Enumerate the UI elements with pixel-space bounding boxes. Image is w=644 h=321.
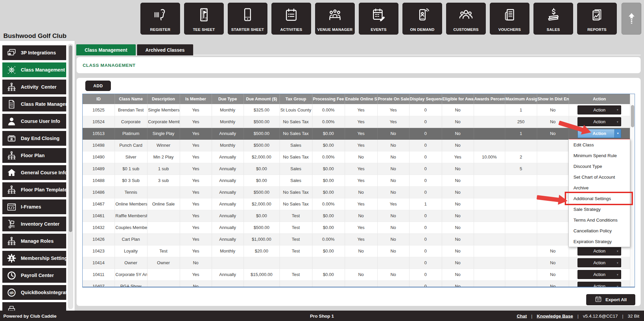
row-action-button[interactable]: Action▼ — [577, 129, 621, 138]
collapse-toolbar-button[interactable] — [621, 3, 641, 35]
sidebar-item-class-management[interactable]: Class Management — [2, 62, 66, 77]
tee-sheet-icon — [196, 7, 212, 22]
column-header-prorate-on-sale[interactable]: Prorate On Sale — [377, 94, 409, 104]
table-scrollbar-thumb[interactable] — [631, 105, 634, 127]
table-row-10490[interactable]: 10490SilverMin 2 PlayYesAnnually$2,000.0… — [83, 151, 630, 163]
sidebar-item-inventory-center[interactable]: Inventory Center — [2, 217, 66, 231]
table-row-10426[interactable]: 10426Cart PlanYesAnnually$1,000.00Test0.… — [83, 233, 630, 245]
table-row-10524[interactable]: 10524CorporateCorporate MembershipYesMon… — [83, 116, 630, 128]
column-header-action[interactable]: Action — [569, 94, 630, 104]
column-header-id[interactable]: ID — [83, 94, 115, 104]
sidebar-item-payroll-center[interactable]: Payroll Center — [2, 268, 66, 283]
column-header-description[interactable]: Description — [147, 94, 180, 104]
table-scrollbar[interactable] — [630, 94, 635, 287]
table-row-10461[interactable]: 10461Raffle MembershipYesAnnually$0.00Te… — [83, 210, 630, 222]
row-action-button[interactable]: Action▼ — [577, 117, 621, 126]
sidebar-item-day-end-closing[interactable]: Day End Closing — [2, 131, 66, 146]
column-header-due-amount[interactable]: Due Amount ($) — [244, 94, 280, 104]
row-action-button[interactable]: Action▼ — [577, 105, 621, 114]
tab-archived-classes[interactable]: Archived Classes — [137, 44, 193, 55]
cell-show-in-dist-engin — [537, 175, 569, 186]
sidebar-item-label: Floor Plan — [21, 153, 45, 158]
cell-show-in-dist-engin: No — [537, 245, 569, 257]
table-row-10498[interactable]: 10498Punch CardWinnerYesMonthly$500.00Sa… — [83, 139, 630, 151]
column-header-class-name[interactable]: Class Name — [115, 94, 147, 104]
menu-item-discount-type[interactable]: Discount Type — [569, 161, 630, 172]
table-row-10414[interactable]: 10414OwnerOwnerNo0NoNoAction▼ — [83, 257, 630, 269]
column-header-awards-percentage[interactable]: Awards Percentage — [474, 94, 505, 104]
toolbar-button-sales[interactable]: SALES — [533, 3, 573, 35]
cell-maximum-assignm — [505, 198, 537, 210]
toolbar-button-reports[interactable]: REPORTS — [577, 3, 617, 35]
sidebar-item-quickbooksintegration[interactable]: qbQuickBooksIntegration — [2, 285, 66, 300]
column-header-is-member[interactable]: Is Member — [180, 94, 212, 104]
toolbar-button-on-demand[interactable]: ON DEMAND — [402, 3, 442, 35]
table-row-10525[interactable]: 10525Brendan TestSingle MembershipYesMon… — [83, 104, 630, 116]
toolbar-button-venue-manager[interactable]: VENUE MANAGER — [315, 3, 355, 35]
menu-item-cancellation-policy[interactable]: Cancellation Policy — [569, 225, 630, 236]
table-row-10513[interactable]: 10513PlatinumSingle PlayYesAnnually$500.… — [83, 128, 630, 139]
sidebar-item-partial[interactable] — [2, 302, 66, 311]
toolbar-button-starter-sheet[interactable]: STARTER SHEET — [228, 3, 267, 35]
cell-show-in-dist-engin — [537, 151, 569, 163]
menu-item-terms-and-conditions[interactable]: Terms And Conditions — [569, 215, 630, 225]
sidebar-item-manage-roles[interactable]: Manage Roles — [2, 234, 66, 248]
sidebar-item-3p-integrations[interactable]: 3P Integrations — [2, 45, 66, 60]
column-header-enable-online-sale[interactable]: Enable Online Sale — [345, 94, 377, 104]
toolbar-button-events[interactable]: EVENTS — [359, 3, 398, 35]
export-all-button[interactable]: Export All — [586, 294, 635, 305]
row-action-button[interactable]: Action▼ — [577, 246, 621, 256]
cell-show-in-dist-engin — [537, 186, 569, 198]
cell-awards-percentage — [474, 222, 505, 233]
column-header-due-type[interactable]: Due Type — [212, 94, 244, 104]
toolbar-button-activities[interactable]: ACTIVITIES — [271, 3, 311, 35]
sidebar-item-course-user-info[interactable]: Course User Info — [2, 114, 66, 129]
row-action-button[interactable]: Action▼ — [577, 282, 621, 287]
sidebar-item-floor-plan[interactable]: Floor Plan — [2, 148, 66, 163]
menu-item-minimum-spend-rule[interactable]: Minimum Spend Rule — [569, 150, 630, 161]
sidebar-item-membership-settings[interactable]: Membership Settings — [2, 251, 66, 266]
toolbar-button-register[interactable]: REGISTER — [140, 3, 180, 35]
menu-item-set-chart-of-account[interactable]: Set Chart of Account — [569, 172, 630, 182]
sidebar-item-class-rate-management[interactable]: Class Rate Management — [2, 97, 66, 111]
toolbar-button-vouchers[interactable]: VOUCHERS — [490, 3, 529, 35]
row-action-button[interactable]: Action▼ — [577, 270, 621, 279]
table-row-10489[interactable]: 10489$0 1 sub1 subYesAnnually$0.00Sales$… — [83, 163, 630, 175]
toolbar-button-label: ON DEMAND — [403, 28, 442, 32]
menu-item-edit-class[interactable]: Edit Class — [569, 139, 630, 150]
table-row-10467[interactable]: 10467Online MembershipOnline SaleYesAnnu… — [83, 198, 630, 210]
chevron-down-icon[interactable]: ▼ — [614, 129, 621, 138]
column-header-tax-group[interactable]: Tax Group — [280, 94, 312, 104]
add-button[interactable]: ADD — [85, 81, 111, 91]
cell-processing-fee: 0.00% — [312, 233, 345, 245]
sidebar-scrollbar[interactable] — [68, 44, 73, 309]
column-header-eligible-for-awards[interactable]: Eligible for Awards — [442, 94, 474, 104]
footer-link-knowledge-base[interactable]: Knowledge Base — [537, 313, 573, 318]
table-row-10488[interactable]: 10488$0 3 Sub3 subYesAnnually$0.00Sales$… — [83, 175, 630, 186]
table-row-10407[interactable]: 10407PGA ShowNo0NoNoAction▼ — [83, 280, 630, 287]
column-header-processing-fee[interactable]: Processing Fee — [312, 94, 345, 104]
cell-due-type: Annually — [212, 233, 244, 245]
toolbar-button-tee-sheet[interactable]: TEE SHEET — [184, 3, 224, 35]
table-row-10486[interactable]: 10486TennisYesAnnually$500.00No Sales Ta… — [83, 186, 630, 198]
tab-class-management[interactable]: Class Management — [76, 44, 136, 55]
sidebar-scrollbar-thumb[interactable] — [69, 45, 72, 232]
table-row-10411[interactable]: 10411Corporate 5Y AnnualYesAnnually$15,0… — [83, 269, 630, 280]
column-header-display-sequence[interactable]: Display Sequence — [409, 94, 442, 104]
menu-item-sale-strategy[interactable]: Sale Strategy — [569, 204, 630, 215]
menu-item-additional-settings[interactable]: Additional Settings — [569, 193, 630, 204]
row-action-button[interactable]: Action▼ — [577, 258, 621, 267]
app-window: REGISTERTEE SHEETSTARTER SHEETACTIVITIES… — [0, 0, 644, 321]
table-row-10432[interactable]: 10432Couples Member TestYesAnnually$500.… — [83, 222, 630, 233]
menu-item-expiration-strategy[interactable]: Expiration Strategy — [569, 236, 630, 247]
sidebar-item-general-course-info[interactable]: General Course Info. — [2, 165, 66, 180]
sidebar-item-floor-plan-templates[interactable]: Floor Plan Templates — [2, 182, 66, 197]
cell-class-name: Loyalty — [115, 245, 147, 257]
toolbar-button-customers[interactable]: CUSTOMERS — [446, 3, 486, 35]
column-header-show-in-dist-engin[interactable]: Show in Dist Engin — [537, 94, 569, 104]
column-header-maximum-assignm[interactable]: Maximum Assignm — [505, 94, 537, 104]
table-row-10423[interactable]: 10423LoyaltyTestYesMonthly$20.00Test$0.0… — [83, 245, 630, 257]
sidebar-item-i-frames[interactable]: I-Frames — [2, 199, 66, 214]
footer-link-chat[interactable]: Chat — [517, 313, 527, 318]
sidebar-item-activity-center[interactable]: Activity Center — [2, 80, 66, 94]
